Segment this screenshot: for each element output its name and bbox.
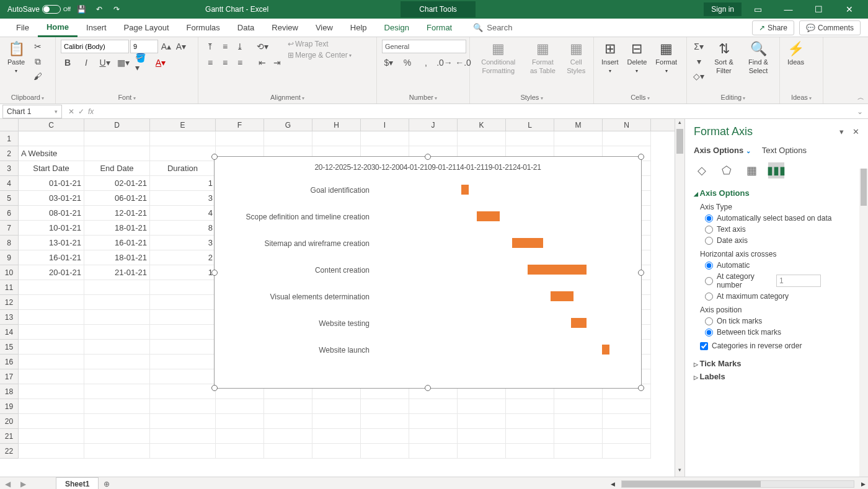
- tab-format[interactable]: Format: [418, 19, 461, 36]
- clear-icon[interactable]: ◇▾: [692, 69, 706, 83]
- cell[interactable]: [216, 399, 264, 414]
- cell[interactable]: [603, 444, 651, 459]
- radio-auto-select[interactable]: Automatically select based on data: [705, 214, 859, 222]
- cell[interactable]: 13-01-21: [19, 236, 84, 250]
- gantt-bar[interactable]: [512, 238, 542, 248]
- cell[interactable]: [84, 295, 150, 310]
- row-header[interactable]: 5: [0, 191, 18, 206]
- resize-handle-mr[interactable]: [638, 270, 644, 276]
- cell[interactable]: [84, 384, 150, 399]
- cell[interactable]: 8: [150, 221, 216, 236]
- axis-options-section[interactable]: Axis Options: [694, 188, 859, 198]
- cell[interactable]: [458, 131, 506, 146]
- name-box[interactable]: Chart 1▾: [2, 105, 62, 118]
- tell-me-search[interactable]: 🔍 Search: [473, 23, 512, 32]
- merge-center-button[interactable]: ⊞ Merge & Center ▾: [288, 51, 352, 59]
- autosave-toggle[interactable]: AutoSave Off: [7, 5, 71, 14]
- cell[interactable]: 16-01-21: [19, 250, 84, 265]
- resize-handle-bc[interactable]: [425, 385, 431, 391]
- align-bottom-icon[interactable]: ⤓: [233, 40, 247, 53]
- ideas-button[interactable]: ⚡Ideas: [785, 40, 807, 68]
- border-icon[interactable]: ▦▾: [117, 56, 130, 69]
- sheet-tab-sheet1[interactable]: Sheet1: [56, 477, 99, 490]
- cell[interactable]: 4: [150, 206, 216, 221]
- cell[interactable]: [554, 429, 603, 444]
- row-header[interactable]: 12: [0, 295, 18, 310]
- ribbon-display-icon[interactable]: ▭: [744, 0, 772, 19]
- cell[interactable]: [554, 399, 603, 414]
- wrap-text-button[interactable]: ↩ Wrap Text: [288, 40, 352, 48]
- fill-line-icon[interactable]: ◇: [694, 162, 710, 178]
- cell[interactable]: [264, 414, 312, 429]
- cell[interactable]: [19, 310, 84, 325]
- fill-icon[interactable]: ▾: [692, 55, 706, 68]
- cell[interactable]: 3: [150, 191, 216, 206]
- cell[interactable]: 18-01-21: [84, 221, 150, 236]
- row-header[interactable]: 4: [0, 176, 18, 191]
- cell[interactable]: [216, 444, 264, 459]
- cell[interactable]: [150, 325, 216, 340]
- decrease-indent-icon[interactable]: ⇤: [255, 56, 269, 69]
- cell[interactable]: [19, 414, 84, 429]
- cell[interactable]: [312, 429, 361, 444]
- cell[interactable]: [19, 131, 84, 146]
- cell[interactable]: [150, 384, 216, 399]
- comments-button[interactable]: 💬 Comments: [799, 20, 861, 35]
- gantt-bar[interactable]: [551, 291, 574, 301]
- format-as-table-button[interactable]: ▦Format as Table: [525, 40, 560, 76]
- tab-file[interactable]: File: [7, 19, 38, 36]
- radio-at-category[interactable]: At category number: [705, 272, 859, 289]
- cell[interactable]: [150, 444, 216, 459]
- row-header[interactable]: 9: [0, 250, 18, 265]
- scroll-down-icon[interactable]: ▾: [675, 467, 684, 477]
- hscroll-thumb[interactable]: [622, 481, 761, 487]
- decrease-decimal-icon[interactable]: ←.0: [456, 56, 470, 69]
- align-center-icon[interactable]: ≡: [218, 56, 232, 69]
- cell[interactable]: [150, 295, 216, 310]
- paste-button[interactable]: 📋 Paste ▾: [5, 40, 27, 75]
- gantt-bar[interactable]: [602, 345, 609, 355]
- cell[interactable]: [84, 131, 150, 146]
- cell[interactable]: [150, 355, 216, 369]
- row-header[interactable]: 11: [0, 280, 18, 295]
- cell[interactable]: [361, 399, 409, 414]
- align-right-icon[interactable]: ≡: [233, 56, 247, 69]
- tab-design[interactable]: Design: [376, 19, 418, 36]
- cell[interactable]: 1: [150, 265, 216, 280]
- tab-data[interactable]: Data: [229, 19, 263, 36]
- radio-date-axis[interactable]: Date axis: [705, 236, 859, 245]
- tab-view[interactable]: View: [307, 19, 342, 36]
- undo-icon[interactable]: ↶: [93, 3, 105, 15]
- cell[interactable]: [506, 131, 554, 146]
- cell[interactable]: [264, 429, 312, 444]
- resize-handle-tl[interactable]: [211, 154, 218, 160]
- row-header[interactable]: 19: [0, 399, 18, 414]
- row-header[interactable]: 18: [0, 384, 18, 399]
- align-top-icon[interactable]: ⤒: [203, 40, 217, 53]
- cell[interactable]: 10-01-21: [19, 221, 84, 236]
- cell[interactable]: [150, 340, 216, 355]
- cell[interactable]: [19, 280, 84, 295]
- tick-marks-section[interactable]: Tick Marks: [694, 359, 859, 368]
- cell[interactable]: [264, 444, 312, 459]
- conditional-formatting-button[interactable]: ▦Conditional Formatting: [475, 40, 521, 76]
- row-header[interactable]: 1: [0, 131, 18, 146]
- format-cells-button[interactable]: ▦Format▾: [653, 40, 680, 75]
- cell[interactable]: [361, 429, 409, 444]
- row-header[interactable]: 15: [0, 340, 18, 355]
- collapse-ribbon-icon[interactable]: ︿: [857, 93, 864, 102]
- cell[interactable]: [84, 355, 150, 369]
- column-header[interactable]: E: [150, 119, 216, 131]
- column-header[interactable]: K: [458, 119, 506, 131]
- font-size-input[interactable]: [130, 40, 158, 53]
- percent-icon[interactable]: %: [401, 56, 414, 69]
- cell[interactable]: [19, 444, 84, 459]
- cell[interactable]: [19, 399, 84, 414]
- cell[interactable]: 06-01-21: [84, 191, 150, 206]
- autosum-icon[interactable]: Σ▾: [692, 40, 706, 53]
- column-header[interactable]: H: [312, 119, 361, 131]
- save-icon[interactable]: 💾: [76, 3, 88, 15]
- cell[interactable]: 1: [150, 176, 216, 191]
- gantt-bar[interactable]: [477, 211, 500, 221]
- cell[interactable]: A Website: [19, 146, 84, 161]
